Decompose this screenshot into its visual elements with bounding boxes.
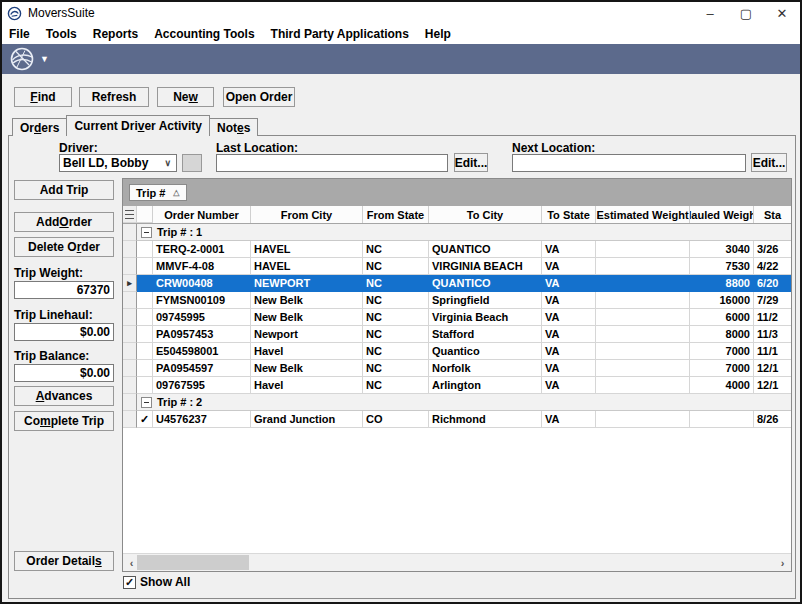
driver-lookup-button[interactable] [182, 154, 202, 172]
tab-strip: Orders Current Driver Activity Notes [12, 115, 257, 136]
grid-header-indicator-cell[interactable] [123, 206, 137, 223]
maximize-icon[interactable]: ▢ [728, 2, 764, 24]
horizontal-scrollbar[interactable]: ‹ › [123, 553, 791, 571]
group-by-bar: Trip # △ [123, 179, 791, 206]
show-all-label: Show All [140, 575, 190, 589]
main-toolbar: ▼ [2, 44, 800, 74]
column-header-to-state[interactable]: To State [542, 206, 596, 223]
trip-balance-field[interactable] [14, 364, 114, 382]
menu-third-party-applications[interactable]: Third Party Applications [263, 27, 417, 41]
last-location-input[interactable] [216, 154, 448, 172]
minimize-icon[interactable]: – [692, 2, 728, 24]
scroll-right-icon[interactable]: › [774, 554, 791, 571]
window-title: MoversSuite [28, 6, 95, 20]
menu-reports[interactable]: Reports [85, 27, 146, 41]
new-button[interactable]: New [157, 87, 214, 107]
group-by-trip-chip[interactable]: Trip # △ [129, 184, 187, 201]
table-row[interactable]: 09745995 New Belk NC Virginia Beach VA 6… [123, 309, 791, 326]
column-header-hauled-weight[interactable]: Hauled Weight [690, 206, 754, 223]
tab-notes[interactable]: Notes [209, 118, 258, 136]
trips-grid: Trip # △ Order Number From City From Sta… [122, 178, 792, 572]
grid-header-check-cell[interactable] [137, 206, 153, 223]
close-icon[interactable]: ✕ [764, 2, 800, 24]
title-bar: MoversSuite – ▢ ✕ [2, 2, 800, 24]
grid-rows: Trip # : 1 TERQ-2-0001 HAVEL NC QUANTICO… [123, 224, 791, 428]
row-check-icon[interactable]: ✓ [137, 411, 153, 428]
table-row[interactable]: MMVF-4-08 HAVEL NC VIRGINIA BEACH VA 753… [123, 258, 791, 275]
trip-weight-field[interactable] [14, 281, 114, 299]
driver-select[interactable]: Bell LD, Bobby ∨ [59, 154, 177, 172]
table-row[interactable]: PA0954597 New Belk NC Norfolk VA 7000 12… [123, 360, 791, 377]
table-row[interactable]: PA0957453 Newport NC Stafford VA 8000 11… [123, 326, 791, 343]
column-header-to-city[interactable]: To City [429, 206, 542, 223]
delete-order-button[interactable]: Delete Order [14, 237, 114, 257]
sort-ascending-icon: △ [173, 188, 179, 197]
refresh-button[interactable]: Refresh [79, 87, 149, 107]
menu-tools[interactable]: Tools [38, 27, 85, 41]
trip-weight-label: Trip Weight: [14, 266, 83, 280]
moverssuite-logo-icon [9, 46, 35, 72]
trip-linehaul-label: Trip Linehaul: [14, 308, 93, 322]
trip-balance-label: Trip Balance: [14, 349, 89, 363]
group-by-field-label: Trip # [136, 187, 165, 199]
column-header-start[interactable]: Sta [754, 206, 791, 223]
collapse-group-icon[interactable] [141, 227, 152, 238]
column-chooser-icon [125, 210, 134, 219]
order-details-button[interactable]: Order Details [14, 551, 114, 571]
group-label: Trip # : 2 [157, 396, 202, 408]
next-location-label: Next Location: [512, 141, 595, 155]
trip-linehaul-field[interactable] [14, 323, 114, 341]
table-row[interactable]: 09767595 Havel NC Arlington VA 4000 12/1 [123, 377, 791, 394]
table-row[interactable]: FYMSN00109 New Belk NC Springfield VA 16… [123, 292, 791, 309]
group-row-trip-2[interactable]: Trip # : 2 [123, 394, 791, 411]
open-order-button[interactable]: Open Order [223, 87, 295, 107]
column-header-estimated-weight[interactable]: Estimated Weight [596, 206, 690, 223]
group-row-trip-1[interactable]: Trip # : 1 [123, 224, 791, 241]
advances-button[interactable]: Advances [14, 386, 114, 406]
last-location-label: Last Location: [216, 141, 298, 155]
group-label: Trip # : 1 [157, 226, 202, 238]
chevron-down-icon: ∨ [164, 158, 173, 168]
column-header-from-state[interactable]: From State [363, 206, 429, 223]
find-button[interactable]: Find [14, 87, 72, 107]
last-location-edit-button[interactable]: Edit... [454, 153, 488, 172]
tab-orders[interactable]: Orders [12, 118, 67, 136]
next-location-edit-button[interactable]: Edit... [751, 153, 787, 172]
show-all-toggle[interactable]: ✓ Show All [123, 575, 190, 589]
menu-file[interactable]: File [2, 27, 38, 41]
table-row[interactable]: E504598001 Havel NC Quantico VA 7000 11/… [123, 343, 791, 360]
menu-help[interactable]: Help [417, 27, 459, 41]
table-row[interactable]: TERQ-2-0001 HAVEL NC QUANTICO VA 3040 3/… [123, 241, 791, 258]
app-icon [7, 6, 22, 21]
driver-label: Driver: [59, 141, 98, 155]
add-order-button[interactable]: Add Order [14, 212, 114, 232]
app-window: MoversSuite – ▢ ✕ File Tools Reports Acc… [0, 0, 802, 604]
logo-dropdown-caret-icon[interactable]: ▼ [40, 54, 49, 64]
table-row-selected[interactable]: ▸ CRW00408 NEWPORT NC QUANTICO VA 8800 6… [123, 275, 791, 292]
complete-trip-button[interactable]: Complete Trip [14, 411, 114, 431]
column-header-from-city[interactable]: From City [251, 206, 363, 223]
moverssuite-logo-button[interactable]: ▼ [9, 46, 49, 72]
table-row[interactable]: ✓ U4576237 Grand Junction CO Richmond VA… [123, 411, 791, 428]
add-trip-button[interactable]: Add Trip [14, 180, 114, 200]
scrollbar-thumb[interactable] [137, 555, 249, 570]
show-all-checkbox[interactable]: ✓ [123, 576, 136, 589]
selected-row-indicator-icon: ▸ [123, 275, 137, 292]
collapse-group-icon[interactable] [141, 397, 152, 408]
next-location-input[interactable] [512, 154, 746, 172]
menu-accounting-tools[interactable]: Accounting Tools [146, 27, 262, 41]
driver-select-value: Bell LD, Bobby [63, 156, 148, 170]
tab-current-driver-activity[interactable]: Current Driver Activity [66, 115, 210, 136]
grid-header-row: Order Number From City From State To Cit… [123, 206, 791, 224]
menu-bar: File Tools Reports Accounting Tools Thir… [2, 24, 800, 44]
column-header-order-number[interactable]: Order Number [153, 206, 251, 223]
